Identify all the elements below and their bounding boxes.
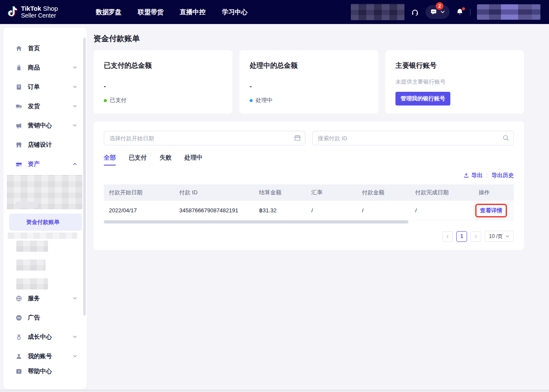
headset-icon[interactable] (411, 8, 419, 16)
app-root: TikTok Shop Seller Center 数据罗盘 联盟带货 直播中控… (0, 0, 549, 392)
topbar-right: 2 (351, 4, 540, 20)
redacted-shop-name (351, 4, 404, 20)
nav-data-compass[interactable]: 数据罗盘 (96, 8, 121, 16)
svg-text:?: ? (18, 370, 20, 374)
brand-rest: Shop (41, 5, 58, 12)
payment-id-search-input[interactable] (312, 131, 514, 145)
col-settlement-amount: 结算金额 (254, 189, 306, 196)
tiktok-logo-icon (6, 5, 18, 18)
sidebar-item-marketing[interactable]: 营销中心 (3, 116, 87, 135)
nav-learning-center[interactable]: 学习中心 (222, 8, 247, 16)
chevron-down-icon (72, 296, 77, 301)
sidebar-subitem-payment-bill[interactable]: 资金付款账单 (9, 214, 82, 231)
table-horizontal-scrollbar (104, 220, 514, 224)
legend-label: 已支付 (110, 96, 127, 104)
store-icon (15, 142, 22, 148)
sidebar-item-label: 营销中心 (28, 122, 52, 130)
col-payment-id: 付款 ID (174, 189, 254, 196)
topbar-divider (470, 9, 471, 15)
redacted-menu-item (16, 241, 48, 252)
sidebar-scrollbar[interactable] (83, 38, 86, 316)
sidebar-item-help-center[interactable]: ? 帮助中心 (3, 363, 87, 380)
sidebar-item-assets[interactable]: 资产 (3, 154, 87, 174)
view-details-link[interactable]: 查看详情 (480, 207, 502, 214)
sidebar-item-services[interactable]: 服务 (3, 289, 87, 308)
truck-icon (15, 103, 22, 110)
export-row: 导出 导出历史 (104, 172, 514, 179)
processing-status-dot (250, 99, 253, 102)
date-start-input[interactable] (104, 131, 305, 145)
user-icon (15, 353, 22, 360)
sidebar-item-label: 服务 (28, 295, 40, 302)
sidebar-item-home[interactable]: 首页 (3, 39, 87, 58)
search-icon[interactable] (502, 134, 510, 142)
tab-paid[interactable]: 已支付 (129, 154, 147, 166)
sidebar-item-label: 商品 (28, 64, 40, 72)
chevron-down-icon (72, 84, 77, 89)
card-paid-total: 已支付的总金额 - 已支付 (94, 50, 232, 114)
brand-logo[interactable]: TikTok Shop Seller Center (6, 5, 58, 19)
chevron-down-icon (440, 9, 445, 15)
redacted-menu-item (8, 232, 77, 239)
bank-subtitle: 未提供主要银行账号 (395, 78, 514, 86)
sidebar-item-products[interactable]: 商品 (3, 58, 87, 77)
export-divider (487, 173, 487, 178)
export-history-button[interactable]: 导出历史 (492, 172, 514, 179)
cell-payment-amount: / (357, 207, 410, 214)
table-header: 付款开始日期 付款 ID 结算金额 汇率 付款金额 付款完成日期 操作 (104, 184, 514, 201)
chat-badge: 2 (436, 2, 443, 10)
page-size-select[interactable]: 10 /页 (485, 231, 514, 242)
tab-failed[interactable]: 失败 (160, 154, 172, 166)
nav-affiliate[interactable]: 联盟带货 (138, 8, 163, 16)
sidebar-item-label: 首页 (28, 45, 40, 52)
chat-menu[interactable]: 2 (425, 5, 449, 19)
svg-text:AD: AD (17, 317, 21, 319)
redacted-menu-item (16, 278, 48, 289)
brand-line2: Seller Center (21, 12, 58, 19)
export-history-label: 导出历史 (492, 172, 514, 179)
prev-page-button[interactable] (442, 231, 453, 242)
sidebar-item-growth-center[interactable]: 成长中心 (3, 327, 87, 347)
sidebar-item-shipping[interactable]: 发货 (3, 96, 87, 116)
medal-icon (15, 334, 22, 341)
scrollbar-thumb[interactable] (104, 220, 408, 223)
chevron-down-icon (72, 65, 77, 70)
page-size-value: 10 /页 (489, 233, 503, 240)
bag-icon (15, 64, 22, 71)
notifications-button[interactable] (456, 8, 464, 16)
cell-complete-date: / (410, 207, 474, 214)
sidebar-item-orders[interactable]: 订单 (3, 77, 87, 96)
nav-live-center[interactable]: 直播中控 (180, 8, 205, 16)
pagination: 1 10 /页 (104, 231, 514, 242)
col-payment-amount: 付款金额 (357, 189, 410, 196)
sidebar-item-label: 广告 (28, 314, 40, 322)
tab-processing[interactable]: 处理中 (184, 154, 202, 166)
globe-icon (15, 295, 22, 302)
status-tabs: 全部 已支付 失败 处理中 (104, 154, 514, 166)
chevron-right-icon (474, 234, 478, 239)
chevron-down-icon (72, 123, 77, 128)
topbar: TikTok Shop Seller Center 数据罗盘 联盟带货 直播中控… (0, 0, 549, 24)
cell-actions: 查看详情 (474, 201, 514, 220)
sidebar-item-label: 发货 (28, 103, 40, 110)
payments-panel: 全部 已支付 失败 处理中 导出 导出历史 付款开始日 (94, 121, 524, 250)
window-bottom-edge (0, 390, 549, 392)
next-page-button[interactable] (471, 231, 481, 242)
sidebar-item-label: 我的账号 (28, 353, 52, 360)
card-legend: 处理中 (250, 96, 368, 104)
sidebar-item-shop-design[interactable]: 店铺设计 (3, 135, 87, 154)
cell-start-date: 2022/04/17 (104, 207, 174, 214)
tab-all[interactable]: 全部 (104, 154, 116, 166)
export-button[interactable]: 导出 (463, 172, 483, 179)
sidebar-item-ads[interactable]: AD 广告 (3, 308, 87, 327)
chevron-down-icon (72, 104, 77, 109)
page-number-current[interactable]: 1 (456, 231, 467, 242)
notification-dot (462, 7, 465, 10)
chevron-down-icon (72, 335, 77, 339)
manage-bank-button[interactable]: 管理我的银行账号 (395, 92, 450, 106)
page-title: 资金付款账单 (94, 33, 140, 44)
chevron-up-icon (72, 162, 77, 166)
paid-status-dot (104, 99, 107, 102)
calendar-icon[interactable] (294, 134, 301, 142)
sidebar: 首页 商品 订单 发货 营销中心 (3, 27, 87, 389)
